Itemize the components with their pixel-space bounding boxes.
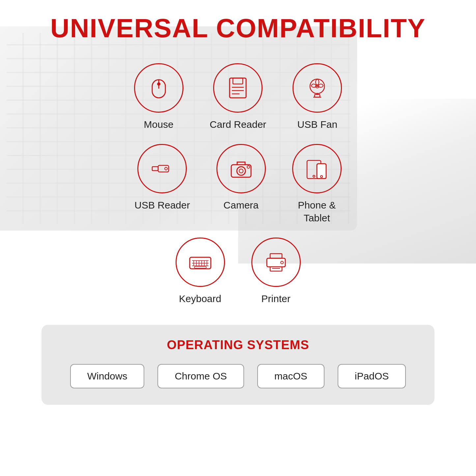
icon-item-card-reader: Card Reader <box>210 63 266 131</box>
page-container: UNIVERSAL COMPATIBILITY Mouse <box>0 0 476 476</box>
svg-point-17 <box>237 167 245 175</box>
usb-reader-icon <box>149 155 175 182</box>
camera-label: Camera <box>223 199 259 211</box>
svg-point-18 <box>239 169 243 173</box>
os-section-title: OPERATING SYSTEMS <box>167 338 309 352</box>
usb-reader-icon-circle <box>137 144 187 193</box>
usb-fan-icon <box>304 75 330 101</box>
icon-item-mouse: Mouse <box>134 63 183 131</box>
camera-icon-circle <box>216 144 266 193</box>
svg-rect-39 <box>267 258 285 267</box>
os-section: OPERATING SYSTEMS Windows Chrome OS macO… <box>42 325 434 405</box>
usb-fan-label: USB Fan <box>297 118 338 131</box>
camera-icon <box>228 155 254 182</box>
os-badge-chromeos: Chrome OS <box>157 364 244 388</box>
icon-item-usb-reader: USB Reader <box>134 144 190 211</box>
keyboard-icon-circle <box>176 238 225 287</box>
usb-reader-label: USB Reader <box>134 199 190 211</box>
usb-fan-icon-circle <box>293 63 342 113</box>
phone-tablet-label: Phone &Tablet <box>298 199 336 224</box>
card-reader-icon <box>225 75 251 101</box>
icon-item-phone-tablet: Phone &Tablet <box>292 144 342 224</box>
icons-row-2: USB Reader Ca <box>134 144 341 224</box>
svg-point-2 <box>157 83 160 85</box>
svg-rect-41 <box>270 254 282 258</box>
page-title: UNIVERSAL COMPATIBILITY <box>50 13 426 43</box>
printer-icon <box>263 249 289 275</box>
phone-tablet-icon <box>304 155 330 182</box>
svg-rect-3 <box>230 78 246 98</box>
keyboard-icon <box>187 249 213 275</box>
keyboard-label: Keyboard <box>179 292 221 305</box>
svg-rect-35 <box>194 266 206 268</box>
os-badge-windows: Windows <box>70 364 145 388</box>
icons-row-1: Mouse Card Reader <box>134 63 342 131</box>
svg-rect-4 <box>233 78 243 84</box>
printer-label: Printer <box>261 292 290 305</box>
phone-tablet-icon-circle <box>292 144 342 193</box>
icons-row-3: Keyboard <box>176 238 301 305</box>
os-badge-ipados: iPadOS <box>338 364 406 388</box>
card-reader-icon-circle <box>213 63 263 113</box>
mouse-icon-circle <box>134 63 183 113</box>
icons-section: Mouse Card Reader <box>20 63 456 305</box>
mouse-label: Mouse <box>144 118 174 131</box>
svg-rect-21 <box>317 164 326 179</box>
os-badge-macos: macOS <box>257 364 324 388</box>
icon-item-usb-fan: USB Fan <box>293 63 342 131</box>
card-reader-label: Card Reader <box>210 118 266 131</box>
os-badges-container: Windows Chrome OS macOS iPadOS <box>70 364 406 388</box>
icon-item-printer: Printer <box>251 238 301 305</box>
printer-icon-circle <box>251 238 301 287</box>
icon-item-camera: Camera <box>216 144 266 211</box>
mouse-icon <box>146 75 172 101</box>
svg-rect-14 <box>152 167 158 171</box>
icon-item-keyboard: Keyboard <box>176 238 225 305</box>
svg-point-23 <box>313 175 315 177</box>
svg-point-15 <box>165 167 167 170</box>
svg-point-19 <box>247 166 250 168</box>
